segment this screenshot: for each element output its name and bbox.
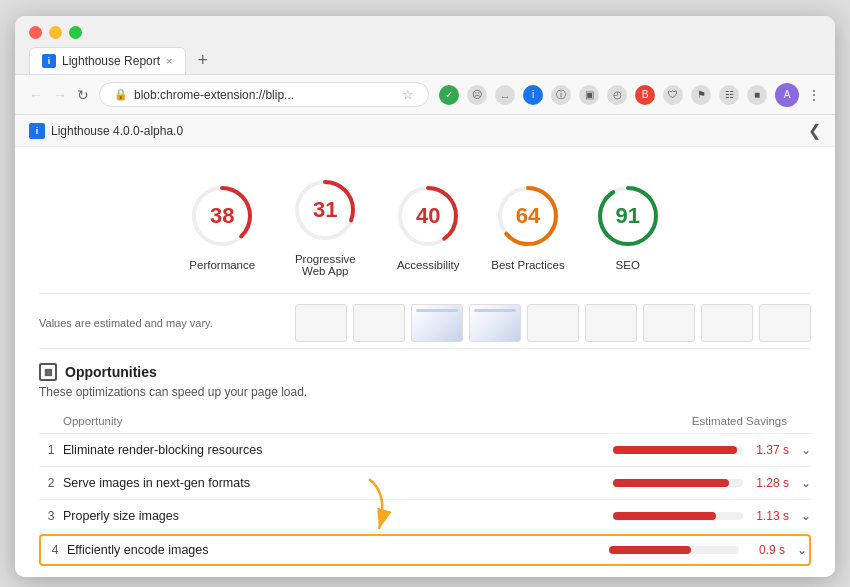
savings-bar <box>613 512 716 520</box>
savings-value: 1.13 s <box>751 509 789 523</box>
score-circle-pwa[interactable]: 31 <box>290 175 360 245</box>
filmstrip-note: Values are estimated and may vary. <box>39 317 213 329</box>
opportunity-name: Serve images in next-gen formats <box>63 476 571 490</box>
savings-bar <box>613 446 737 454</box>
opportunities-title: Opportunities <box>65 364 157 380</box>
score-circle-seo[interactable]: 91 <box>593 181 663 251</box>
address-input[interactable]: 🔒 blob:chrome-extension://blip... ☆ <box>99 82 429 107</box>
savings-bar-container <box>613 512 743 520</box>
score-label: Accessibility <box>397 259 460 271</box>
scores-row: 38 Performance 31 Progressive Web App 40 <box>39 165 811 294</box>
opportunity-rows: 1 Eliminate render-blocking resources 1.… <box>39 434 811 577</box>
title-bar: i Lighthouse Report × + <box>15 16 835 75</box>
score-label: Performance <box>189 259 255 271</box>
opportunity-number: 3 <box>39 509 63 523</box>
savings-value: 1.28 s <box>751 476 789 490</box>
savings-area: 0.9 s ⌄ <box>567 543 807 557</box>
score-circle-performance[interactable]: 38 <box>187 181 257 251</box>
address-text: blob:chrome-extension://blip... <box>134 88 294 102</box>
maximize-dot[interactable] <box>69 26 82 39</box>
expand-icon[interactable]: ⌄ <box>797 443 811 457</box>
score-best-practices: 64 Best Practices <box>491 181 565 271</box>
toolbar-icons: ✓ ☹ ⎵ i ⓘ ▣ ◴ B 🛡 ⚑ ☷ ■ A ⋮ <box>439 83 821 107</box>
savings-area: 0.66 s ⌄ <box>571 576 811 577</box>
new-tab-button[interactable]: + <box>192 50 215 71</box>
tab-bar: i Lighthouse Report × + <box>29 47 821 74</box>
score-number: 38 <box>210 203 234 229</box>
opportunity-row[interactable]: 4 Efficiently encode images 0.9 s ⌄ <box>39 534 811 566</box>
vpn-icon[interactable]: ■ <box>747 85 767 105</box>
opportunity-row[interactable]: 1 Eliminate render-blocking resources 1.… <box>39 434 811 467</box>
flag-icon[interactable]: ⚑ <box>691 85 711 105</box>
opportunity-name: Defer offscreen images <box>63 576 571 577</box>
savings-bar-container <box>613 479 743 487</box>
minimize-dot[interactable] <box>49 26 62 39</box>
grid-icon[interactable]: ☷ <box>719 85 739 105</box>
more-options-button[interactable]: ⋮ <box>807 87 821 103</box>
opportunities-icon: ▦ <box>39 363 57 381</box>
score-number: 40 <box>416 203 440 229</box>
extension-name: Lighthouse 4.0.0-alpha.0 <box>51 124 183 138</box>
score-pwa: 31 Progressive Web App <box>285 175 365 277</box>
close-dot[interactable] <box>29 26 42 39</box>
expand-icon[interactable]: ⌄ <box>797 509 811 523</box>
savings-bar <box>609 546 691 554</box>
expand-icon[interactable]: ⌄ <box>797 576 811 577</box>
main-content: 38 Performance 31 Progressive Web App 40 <box>15 147 835 577</box>
score-seo: 91 SEO <box>593 181 663 271</box>
opportunities-subtitle: These optimizations can speed up your pa… <box>39 385 811 399</box>
tab-close-button[interactable]: × <box>166 55 172 67</box>
opportunity-row[interactable]: 3 Properly size images 1.13 s ⌄ <box>39 500 811 533</box>
shield-icon[interactable]: 🛡 <box>663 85 683 105</box>
extensions-icon[interactable]: ✓ <box>439 85 459 105</box>
lock-icon: 🔒 <box>114 88 128 101</box>
col-savings: Estimated Savings <box>571 415 811 427</box>
savings-value: 1.37 s <box>751 443 789 457</box>
extension-bar: i Lighthouse 4.0.0-alpha.0 ❮ <box>15 115 835 147</box>
opportunities-header: ▦ Opportunities <box>39 363 811 381</box>
savings-bar <box>613 479 729 487</box>
score-number: 91 <box>616 203 640 229</box>
info-icon[interactable]: ⓘ <box>551 85 571 105</box>
filmstrip-frame <box>469 304 521 342</box>
score-circle-best-practices[interactable]: 64 <box>493 181 563 251</box>
score-number: 31 <box>313 197 337 223</box>
opportunity-name: Properly size images <box>63 509 571 523</box>
filmstrip-frame <box>759 304 811 342</box>
extension-favicon: i <box>29 123 45 139</box>
active-tab[interactable]: i Lighthouse Report × <box>29 47 186 74</box>
history-icon[interactable]: ☹ <box>467 85 487 105</box>
extensions2-icon[interactable]: ⎵ <box>495 85 515 105</box>
savings-value: 0.66 s <box>751 576 789 577</box>
table-header: Opportunity Estimated Savings <box>39 411 811 434</box>
savings-area: 1.28 s ⌄ <box>571 476 811 490</box>
screen-icon[interactable]: ▣ <box>579 85 599 105</box>
savings-area: 1.37 s ⌄ <box>571 443 811 457</box>
back-button[interactable]: ← <box>29 87 43 103</box>
opportunity-number: 2 <box>39 476 63 490</box>
lighthouse-icon[interactable]: i <box>523 85 543 105</box>
savings-bar-container <box>609 546 739 554</box>
avatar[interactable]: A <box>775 83 799 107</box>
forward-button[interactable]: → <box>53 87 67 103</box>
opportunity-row[interactable]: 2 Serve images in next-gen formats 1.28 … <box>39 467 811 500</box>
monitor-icon[interactable]: ◴ <box>607 85 627 105</box>
col-num <box>39 415 63 427</box>
bookmark-icon[interactable]: ☆ <box>402 87 414 102</box>
score-label: SEO <box>616 259 640 271</box>
expand-icon[interactable]: ⌄ <box>793 543 807 557</box>
window-controls <box>29 26 821 39</box>
reddit-icon[interactable]: B <box>635 85 655 105</box>
opportunities-section: ▦ Opportunities These optimizations can … <box>39 349 811 577</box>
refresh-button[interactable]: ↻ <box>77 87 89 103</box>
opportunity-number: 1 <box>39 443 63 457</box>
filmstrip-frame <box>701 304 753 342</box>
filmstrip-frame <box>585 304 637 342</box>
opportunity-row[interactable]: 5 Defer offscreen images 0.66 s ⌄ <box>39 567 811 577</box>
expand-icon[interactable]: ⌄ <box>797 476 811 490</box>
savings-area: 1.13 s ⌄ <box>571 509 811 523</box>
filmstrip-frame <box>295 304 347 342</box>
score-label: Progressive Web App <box>285 253 365 277</box>
score-circle-accessibility[interactable]: 40 <box>393 181 463 251</box>
share-button[interactable]: ❮ <box>808 121 821 140</box>
